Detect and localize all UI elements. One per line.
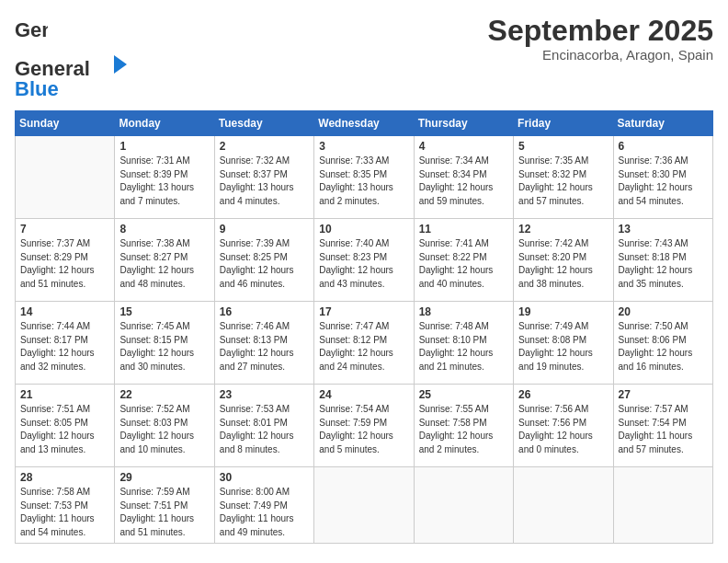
week-row-1: 7Sunrise: 7:37 AMSunset: 8:29 PMDaylight… <box>16 219 713 302</box>
day-info: Sunrise: 7:46 AMSunset: 8:13 PMDaylight:… <box>220 320 309 373</box>
logo: General General Blue <box>15 15 134 99</box>
day-info: Sunrise: 7:31 AMSunset: 8:39 PMDaylight:… <box>119 155 209 208</box>
day-number: 14 <box>20 305 109 318</box>
calendar-cell: 27Sunrise: 7:57 AMSunset: 7:54 PMDayligh… <box>613 385 712 467</box>
day-info: Sunrise: 7:57 AMSunset: 7:54 PMDaylight:… <box>619 403 708 456</box>
day-info: Sunrise: 7:48 AMSunset: 8:10 PMDaylight:… <box>419 320 508 373</box>
day-info: Sunrise: 7:43 AMSunset: 8:18 PMDaylight:… <box>619 237 708 291</box>
day-info: Sunrise: 7:59 AMSunset: 7:51 PMDaylight:… <box>119 486 209 539</box>
day-number: 27 <box>619 388 708 401</box>
calendar-body: 1Sunrise: 7:31 AMSunset: 8:39 PMDaylight… <box>16 136 713 544</box>
day-number: 16 <box>220 305 309 318</box>
week-row-0: 1Sunrise: 7:31 AMSunset: 8:39 PMDaylight… <box>16 136 713 219</box>
day-number: 23 <box>220 388 309 401</box>
calendar-cell: 28Sunrise: 7:58 AMSunset: 7:53 PMDayligh… <box>16 467 115 544</box>
day-number: 17 <box>319 305 408 318</box>
day-number: 18 <box>419 305 508 318</box>
title-area: September 2025 Encinacorba, Aragon, Spai… <box>488 15 713 63</box>
day-number: 25 <box>419 388 508 401</box>
calendar-cell <box>514 467 613 544</box>
day-number: 5 <box>518 140 608 153</box>
svg-marker-2 <box>114 55 127 74</box>
day-number: 20 <box>619 305 708 318</box>
logo-icon: General <box>15 15 48 48</box>
day-info: Sunrise: 7:45 AMSunset: 8:15 PMDaylight:… <box>119 320 209 373</box>
day-info: Sunrise: 7:58 AMSunset: 7:53 PMDaylight:… <box>20 486 109 539</box>
calendar-cell: 26Sunrise: 7:56 AMSunset: 7:56 PMDayligh… <box>514 385 613 467</box>
calendar-cell: 5Sunrise: 7:35 AMSunset: 8:32 PMDaylight… <box>514 136 613 219</box>
day-info: Sunrise: 7:56 AMSunset: 7:56 PMDaylight:… <box>518 403 608 456</box>
weekday-wednesday: Wednesday <box>314 111 414 136</box>
weekday-sunday: Sunday <box>16 111 115 136</box>
day-number: 2 <box>220 140 309 153</box>
day-number: 29 <box>119 471 209 484</box>
calendar-table: SundayMondayTuesdayWednesdayThursdayFrid… <box>15 110 713 544</box>
calendar-cell: 19Sunrise: 7:49 AMSunset: 8:08 PMDayligh… <box>514 302 613 385</box>
day-info: Sunrise: 7:53 AMSunset: 8:01 PMDaylight:… <box>220 403 309 456</box>
day-info: Sunrise: 7:40 AMSunset: 8:23 PMDaylight:… <box>319 237 408 291</box>
day-info: Sunrise: 7:49 AMSunset: 8:08 PMDaylight:… <box>518 320 608 373</box>
day-number: 9 <box>220 223 309 236</box>
calendar-cell <box>16 136 115 219</box>
day-info: Sunrise: 7:32 AMSunset: 8:37 PMDaylight:… <box>220 155 309 208</box>
calendar-cell: 9Sunrise: 7:39 AMSunset: 8:25 PMDaylight… <box>214 219 313 302</box>
day-info: Sunrise: 7:36 AMSunset: 8:30 PMDaylight:… <box>619 155 708 208</box>
day-info: Sunrise: 8:00 AMSunset: 7:49 PMDaylight:… <box>220 486 309 539</box>
week-row-3: 21Sunrise: 7:51 AMSunset: 8:05 PMDayligh… <box>16 385 713 467</box>
day-info: Sunrise: 7:37 AMSunset: 8:29 PMDaylight:… <box>20 237 109 291</box>
calendar-cell: 8Sunrise: 7:38 AMSunset: 8:27 PMDaylight… <box>115 219 214 302</box>
weekday-saturday: Saturday <box>613 111 712 136</box>
day-number: 15 <box>119 305 209 318</box>
svg-text:General: General <box>15 18 48 41</box>
calendar-cell: 12Sunrise: 7:42 AMSunset: 8:20 PMDayligh… <box>514 219 613 302</box>
day-number: 3 <box>319 140 408 153</box>
weekday-thursday: Thursday <box>414 111 513 136</box>
day-info: Sunrise: 7:44 AMSunset: 8:17 PMDaylight:… <box>20 320 109 373</box>
calendar-cell: 2Sunrise: 7:32 AMSunset: 8:37 PMDaylight… <box>214 136 313 219</box>
day-info: Sunrise: 7:42 AMSunset: 8:20 PMDaylight:… <box>518 237 608 291</box>
calendar-cell: 24Sunrise: 7:54 AMSunset: 7:59 PMDayligh… <box>314 385 414 467</box>
weekday-tuesday: Tuesday <box>214 111 313 136</box>
calendar-cell: 22Sunrise: 7:52 AMSunset: 8:03 PMDayligh… <box>115 385 214 467</box>
day-number: 21 <box>20 388 109 401</box>
day-info: Sunrise: 7:51 AMSunset: 8:05 PMDaylight:… <box>20 403 109 456</box>
day-number: 7 <box>20 223 109 236</box>
day-info: Sunrise: 7:33 AMSunset: 8:35 PMDaylight:… <box>319 155 408 208</box>
calendar-cell: 1Sunrise: 7:31 AMSunset: 8:39 PMDaylight… <box>115 136 214 219</box>
weekday-monday: Monday <box>115 111 214 136</box>
logo-svg: General Blue <box>15 52 134 99</box>
weekday-header-row: SundayMondayTuesdayWednesdayThursdayFrid… <box>16 111 713 136</box>
day-number: 12 <box>518 223 608 236</box>
day-number: 4 <box>419 140 508 153</box>
calendar-cell: 21Sunrise: 7:51 AMSunset: 8:05 PMDayligh… <box>16 385 115 467</box>
calendar-cell: 3Sunrise: 7:33 AMSunset: 8:35 PMDaylight… <box>314 136 414 219</box>
day-info: Sunrise: 7:50 AMSunset: 8:06 PMDaylight:… <box>619 320 708 373</box>
day-number: 19 <box>518 305 608 318</box>
day-info: Sunrise: 7:54 AMSunset: 7:59 PMDaylight:… <box>319 403 408 456</box>
day-info: Sunrise: 7:39 AMSunset: 8:25 PMDaylight:… <box>220 237 309 291</box>
calendar-cell: 20Sunrise: 7:50 AMSunset: 8:06 PMDayligh… <box>613 302 712 385</box>
calendar-cell: 14Sunrise: 7:44 AMSunset: 8:17 PMDayligh… <box>16 302 115 385</box>
calendar-cell: 4Sunrise: 7:34 AMSunset: 8:34 PMDaylight… <box>414 136 513 219</box>
day-info: Sunrise: 7:52 AMSunset: 8:03 PMDaylight:… <box>119 403 209 456</box>
page-header: General General Blue September 2025 Enci… <box>15 15 713 99</box>
calendar-cell: 30Sunrise: 8:00 AMSunset: 7:49 PMDayligh… <box>214 467 313 544</box>
calendar-cell: 18Sunrise: 7:48 AMSunset: 8:10 PMDayligh… <box>414 302 513 385</box>
day-number: 22 <box>119 388 209 401</box>
day-info: Sunrise: 7:55 AMSunset: 7:58 PMDaylight:… <box>419 403 508 456</box>
day-number: 28 <box>20 471 109 484</box>
day-info: Sunrise: 7:34 AMSunset: 8:34 PMDaylight:… <box>419 155 508 208</box>
location: Encinacorba, Aragon, Spain <box>488 47 713 63</box>
day-info: Sunrise: 7:47 AMSunset: 8:12 PMDaylight:… <box>319 320 408 373</box>
calendar-cell: 17Sunrise: 7:47 AMSunset: 8:12 PMDayligh… <box>314 302 414 385</box>
week-row-2: 14Sunrise: 7:44 AMSunset: 8:17 PMDayligh… <box>16 302 713 385</box>
calendar-cell: 16Sunrise: 7:46 AMSunset: 8:13 PMDayligh… <box>214 302 313 385</box>
day-number: 26 <box>518 388 608 401</box>
calendar-cell: 10Sunrise: 7:40 AMSunset: 8:23 PMDayligh… <box>314 219 414 302</box>
calendar-cell <box>414 467 513 544</box>
calendar-cell <box>314 467 414 544</box>
day-number: 1 <box>119 140 209 153</box>
day-number: 24 <box>319 388 408 401</box>
calendar-cell: 11Sunrise: 7:41 AMSunset: 8:22 PMDayligh… <box>414 219 513 302</box>
day-info: Sunrise: 7:41 AMSunset: 8:22 PMDaylight:… <box>419 237 508 291</box>
